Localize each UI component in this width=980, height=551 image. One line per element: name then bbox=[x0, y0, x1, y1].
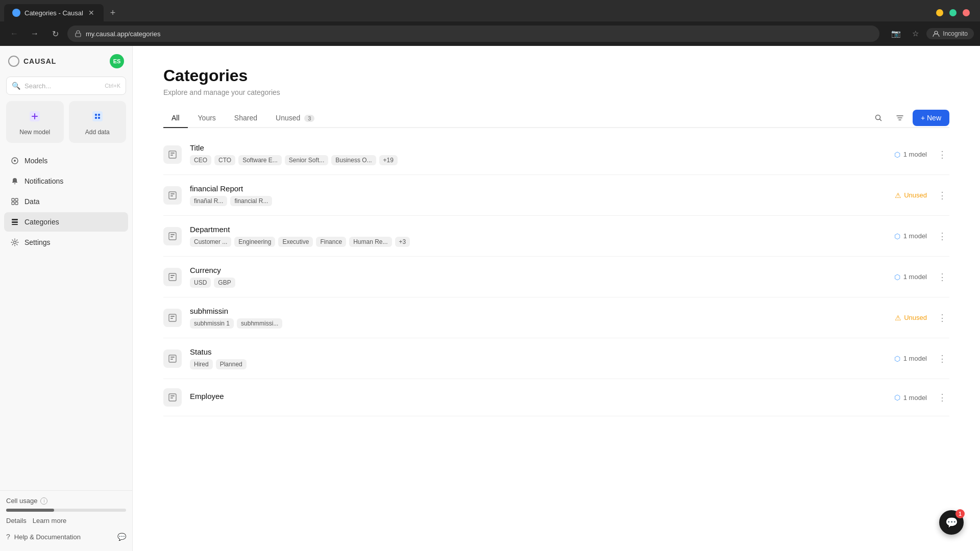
forward-button[interactable]: → bbox=[27, 26, 43, 42]
chat-button[interactable]: 💬 1 bbox=[939, 510, 964, 535]
svg-rect-5 bbox=[95, 114, 97, 116]
sidebar-header: CAUSAL ES bbox=[0, 46, 132, 77]
tag: Senior Soft... bbox=[285, 155, 328, 165]
sidebar-bottom: Cell usage i Details Learn more ? Help &… bbox=[0, 490, 132, 551]
categories-icon bbox=[10, 217, 19, 227]
category-row-subhmissin[interactable]: subhmissin subhmissin 1 subhmmissi... ⚠ … bbox=[163, 297, 949, 338]
data-label: Data bbox=[24, 197, 40, 206]
filter-button[interactable] bbox=[891, 109, 909, 127]
category-meta: ⬡ 1 model bbox=[894, 273, 927, 281]
svg-rect-22 bbox=[170, 155, 173, 156]
svg-rect-27 bbox=[170, 234, 175, 235]
more-options-button[interactable]: ⋮ bbox=[935, 188, 949, 203]
model-count: ⬡ 1 model bbox=[894, 151, 927, 159]
notifications-label: Notifications bbox=[24, 177, 63, 185]
category-meta: ⬡ 1 model bbox=[894, 355, 927, 363]
category-icon bbox=[163, 227, 182, 245]
category-info: Employee bbox=[190, 392, 886, 404]
tab-all[interactable]: All bbox=[163, 109, 188, 128]
svg-rect-21 bbox=[170, 153, 175, 154]
category-name: financial Report bbox=[190, 184, 887, 193]
tag: subhmissin 1 bbox=[190, 318, 234, 329]
help-row[interactable]: ? Help & Documentation 💬 bbox=[6, 529, 126, 545]
category-row-department[interactable]: Department Customer ... Engineering Exec… bbox=[163, 216, 949, 257]
svg-rect-16 bbox=[12, 221, 18, 223]
incognito-badge[interactable]: Incognito bbox=[926, 28, 974, 39]
svg-rect-39 bbox=[170, 395, 175, 396]
window-maximize-button[interactable] bbox=[949, 9, 957, 16]
main-content: Categories Explore and manage your categ… bbox=[133, 46, 980, 551]
more-options-button[interactable]: ⋮ bbox=[935, 270, 949, 284]
tab-title: Categories - Causal bbox=[24, 9, 83, 17]
add-data-icon bbox=[89, 108, 106, 124]
info-icon[interactable]: i bbox=[40, 497, 47, 505]
category-name: Employee bbox=[190, 392, 886, 400]
models-label: Models bbox=[24, 157, 47, 165]
sidebar-item-settings[interactable]: Settings bbox=[4, 233, 128, 252]
back-button[interactable]: ← bbox=[6, 26, 22, 42]
address-bar[interactable]: my.causal.app/categories bbox=[67, 26, 879, 42]
model-icon: ⬡ bbox=[894, 393, 900, 402]
tab-shared[interactable]: Shared bbox=[226, 109, 265, 128]
more-options-button[interactable]: ⋮ bbox=[935, 311, 949, 325]
tag: +19 bbox=[379, 155, 398, 165]
search-button[interactable] bbox=[870, 109, 887, 127]
active-tab[interactable]: Categories - Causal ✕ bbox=[4, 4, 104, 21]
cell-usage-label: Cell usage i bbox=[6, 497, 126, 505]
search-placeholder: Search... bbox=[24, 82, 101, 90]
category-meta: ⬡ 1 model bbox=[894, 151, 927, 159]
svg-rect-37 bbox=[170, 359, 173, 360]
page-title: Categories bbox=[163, 66, 949, 85]
url-text: my.causal.app/categories bbox=[86, 30, 160, 38]
new-model-label: New model bbox=[19, 129, 50, 136]
browser-chrome: Categories - Causal ✕ + ← → ↻ my.causal.… bbox=[0, 0, 980, 46]
add-data-button[interactable]: Add data bbox=[69, 101, 127, 143]
svg-rect-25 bbox=[170, 195, 173, 196]
sidebar-item-categories[interactable]: Categories bbox=[4, 212, 128, 232]
logo-circle bbox=[8, 56, 19, 67]
toolbar-icons: 📷 ☆ Incognito bbox=[888, 26, 974, 42]
category-info: subhmissin subhmissin 1 subhmmissi... bbox=[190, 307, 887, 329]
window-close-button[interactable] bbox=[963, 9, 970, 16]
category-tags: finañal R... financial R... bbox=[190, 196, 887, 206]
search-bar[interactable]: 🔍 Search... Ctrl+K bbox=[6, 77, 126, 95]
camera-icon[interactable]: 📷 bbox=[888, 26, 904, 42]
learn-more-link[interactable]: Learn more bbox=[33, 517, 66, 524]
window-minimize-button[interactable] bbox=[936, 9, 943, 16]
svg-rect-30 bbox=[170, 275, 175, 276]
reload-button[interactable]: ↻ bbox=[47, 26, 63, 42]
category-row-employee[interactable]: Employee ⬡ 1 model ⋮ bbox=[163, 379, 949, 416]
tabs-toolbar: All Yours Shared Unused 3 + New bbox=[163, 109, 949, 128]
category-row-status[interactable]: Status Hired Planned ⬡ 1 model ⋮ bbox=[163, 338, 949, 379]
svg-rect-17 bbox=[12, 224, 18, 225]
details-link[interactable]: Details bbox=[6, 517, 27, 524]
sidebar-item-models[interactable]: Models bbox=[4, 151, 128, 170]
new-category-button[interactable]: + New bbox=[913, 110, 949, 126]
bookmark-icon[interactable]: ☆ bbox=[907, 26, 923, 42]
tag: GBP bbox=[214, 278, 235, 288]
new-tab-button[interactable]: + bbox=[106, 6, 120, 20]
tag: Human Re... bbox=[349, 237, 391, 247]
new-model-button[interactable]: New model bbox=[6, 101, 64, 143]
svg-rect-1 bbox=[76, 33, 81, 37]
category-row-title[interactable]: Title CEO CTO Software E... Senior Soft.… bbox=[163, 134, 949, 175]
more-options-button[interactable]: ⋮ bbox=[935, 352, 949, 366]
tab-yours[interactable]: Yours bbox=[190, 109, 224, 128]
category-icon bbox=[163, 268, 182, 286]
more-options-button[interactable]: ⋮ bbox=[935, 147, 949, 162]
sidebar-item-data[interactable]: Data bbox=[4, 192, 128, 211]
sidebar-item-notifications[interactable]: Notifications bbox=[4, 171, 128, 191]
tag: Business O... bbox=[331, 155, 376, 165]
tab-unused[interactable]: Unused 3 bbox=[267, 109, 323, 128]
model-count: ⬡ 1 model bbox=[894, 273, 927, 281]
category-row-financial-report[interactable]: financial Report finañal R... financial … bbox=[163, 175, 949, 216]
svg-rect-36 bbox=[170, 357, 175, 358]
more-options-button[interactable]: ⋮ bbox=[935, 390, 949, 405]
category-row-currency[interactable]: Currency USD GBP ⬡ 1 model ⋮ bbox=[163, 257, 949, 297]
sidebar-logo: CAUSAL bbox=[8, 56, 56, 67]
svg-rect-28 bbox=[170, 236, 173, 237]
avatar[interactable]: ES bbox=[110, 54, 124, 68]
svg-rect-24 bbox=[170, 193, 175, 194]
tab-close-button[interactable]: ✕ bbox=[87, 8, 95, 18]
more-options-button[interactable]: ⋮ bbox=[935, 229, 949, 243]
